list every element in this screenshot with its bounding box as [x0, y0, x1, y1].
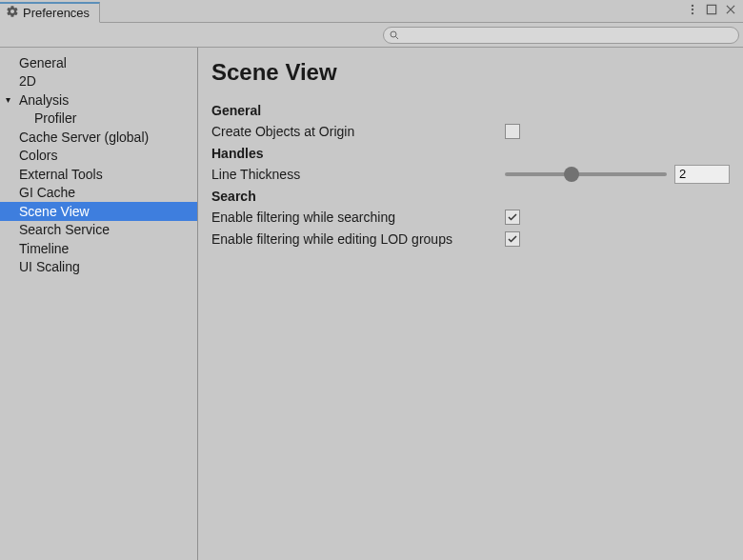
sidebar-item-general[interactable]: General: [0, 53, 197, 72]
section-header-search: Search: [211, 189, 730, 204]
toolbar: [0, 23, 743, 48]
page-title: Scene View: [211, 59, 730, 86]
slider-line-thickness[interactable]: [505, 172, 667, 176]
svg-point-4: [391, 31, 396, 37]
titlebar: Preferences: [0, 0, 743, 23]
close-icon[interactable]: [724, 3, 737, 19]
gear-icon: [6, 5, 19, 21]
label-filter-lod: Enable filtering while editing LOD group…: [211, 231, 505, 247]
row-filter-searching: Enable filtering while searching: [211, 206, 730, 228]
preferences-tab[interactable]: Preferences: [0, 2, 100, 23]
sidebar-item-gi-cache[interactable]: GI Cache: [0, 184, 197, 203]
checkbox-create-objects-at-origin[interactable]: [505, 124, 520, 139]
search-input[interactable]: [383, 27, 739, 44]
sidebar-item-analysis[interactable]: Analysis: [0, 90, 197, 110]
svg-point-2: [692, 12, 693, 14]
kebab-icon[interactable]: [686, 3, 699, 19]
input-line-thickness[interactable]: [674, 165, 730, 184]
sidebar-item-label: Profiler: [34, 110, 76, 126]
sidebar-item-label: 2D: [19, 73, 36, 89]
body: General 2D Analysis Profiler Cache Serve…: [0, 48, 743, 560]
sidebar: General 2D Analysis Profiler Cache Serve…: [0, 48, 198, 560]
sidebar-item-label: Search Service: [19, 222, 110, 237]
tab-title: Preferences: [23, 6, 90, 20]
row-create-objects-at-origin: Create Objects at Origin: [211, 120, 730, 142]
sidebar-item-label: Timeline: [19, 241, 69, 256]
sidebar-item-label: External Tools: [19, 167, 103, 182]
svg-rect-3: [707, 5, 715, 13]
check-icon: [507, 233, 518, 245]
sidebar-item-label: Cache Server (global): [19, 130, 149, 145]
svg-point-1: [692, 9, 693, 10]
slider-thumb-icon[interactable]: [564, 167, 579, 182]
sidebar-item-label: Scene View: [19, 204, 90, 219]
row-line-thickness: Line Thickness: [211, 163, 730, 185]
sidebar-item-cache-server[interactable]: Cache Server (global): [0, 128, 197, 147]
sidebar-item-label: General: [19, 55, 67, 70]
check-icon: [507, 211, 518, 223]
section-header-general: General: [211, 103, 730, 118]
sidebar-item-label: Analysis: [19, 92, 69, 108]
sidebar-item-label: Colors: [19, 148, 57, 163]
content-panel: Scene View General Create Objects at Ori…: [198, 48, 743, 560]
maximize-icon[interactable]: [705, 3, 718, 19]
row-filter-lod: Enable filtering while editing LOD group…: [211, 228, 730, 250]
search-field-wrap: [383, 27, 739, 44]
sidebar-item-profiler[interactable]: Profiler: [0, 110, 197, 129]
sidebar-item-label: GI Cache: [19, 185, 75, 200]
label-filter-searching: Enable filtering while searching: [211, 210, 505, 225]
sidebar-item-external-tools[interactable]: External Tools: [0, 165, 197, 184]
checkbox-filter-searching[interactable]: [505, 210, 520, 225]
sidebar-item-scene-view[interactable]: Scene View: [0, 202, 197, 221]
label-create-objects-at-origin: Create Objects at Origin: [211, 124, 505, 139]
svg-point-0: [692, 5, 693, 7]
label-line-thickness: Line Thickness: [211, 167, 505, 182]
sidebar-item-colors[interactable]: Colors: [0, 147, 197, 166]
sidebar-item-ui-scaling[interactable]: UI Scaling: [0, 258, 197, 277]
svg-line-5: [396, 36, 399, 39]
sidebar-item-2d[interactable]: 2D: [0, 72, 197, 91]
checkbox-filter-lod[interactable]: [505, 231, 520, 247]
section-header-handles: Handles: [211, 146, 730, 161]
window-controls: [686, 3, 743, 19]
sidebar-item-timeline[interactable]: Timeline: [0, 239, 197, 258]
sidebar-item-label: UI Scaling: [19, 259, 80, 274]
sidebar-item-search-service[interactable]: Search Service: [0, 221, 197, 240]
